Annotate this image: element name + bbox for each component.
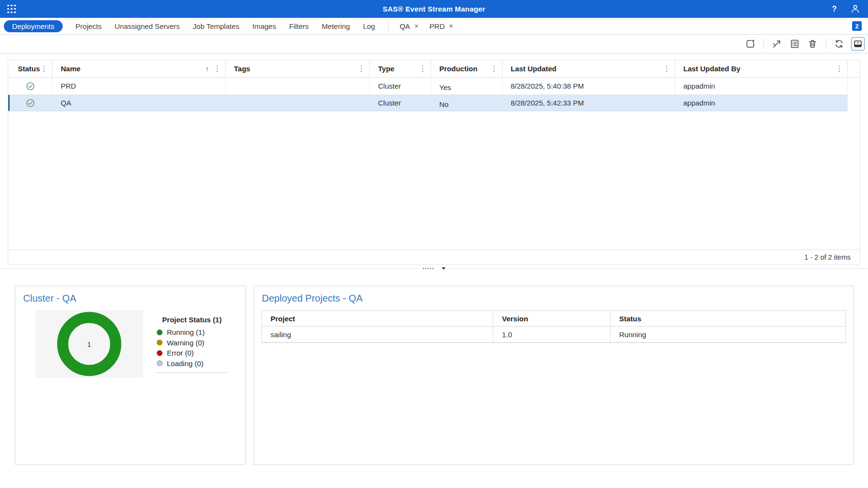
- nav-item-log[interactable]: Log: [363, 22, 375, 30]
- column-header-name[interactable]: Name ↑ ⋮: [53, 60, 226, 77]
- row-filler: [848, 78, 860, 95]
- legend-item-error: Error (0): [157, 348, 227, 358]
- tab-prd[interactable]: PRD ×: [430, 22, 453, 30]
- running-dot-icon: [157, 330, 163, 335]
- column-label: Last Updated By: [683, 65, 740, 73]
- tab-qa[interactable]: QA ×: [400, 22, 419, 30]
- help-icon[interactable]: ?: [832, 5, 837, 13]
- column-label: Last Updated: [511, 65, 556, 73]
- column-menu-icon[interactable]: ⋮: [490, 65, 498, 72]
- deployed-projects-title: Deployed Projects - QA: [262, 293, 853, 304]
- toolbar-divider: [826, 39, 826, 49]
- grid-toolbar: [0, 35, 868, 53]
- nav-item-unassigned-servers[interactable]: Unassigned Servers: [115, 22, 180, 30]
- splitter-grip[interactable]: [419, 267, 450, 270]
- close-icon[interactable]: ×: [414, 22, 418, 30]
- column-menu-icon[interactable]: ⋮: [419, 65, 426, 72]
- close-icon[interactable]: ×: [449, 22, 453, 30]
- legend-item-warning: Warning (0): [157, 338, 227, 348]
- column-header-last-updated-by[interactable]: Last Updated By ⋮: [675, 60, 848, 77]
- nav-item-deployments[interactable]: Deployments: [4, 20, 63, 32]
- header-filler: [848, 60, 860, 77]
- app-title: SAS® Event Stream Manager: [0, 5, 868, 13]
- table-row-qa[interactable]: QA Cluster No 8/28/2025, 5:42:33 PM appa…: [8, 95, 860, 111]
- promote-icon[interactable]: [771, 38, 783, 50]
- column-menu-icon[interactable]: ⋮: [663, 65, 670, 72]
- column-header-tags[interactable]: Tags ⋮: [226, 60, 370, 77]
- status-cell: Running: [610, 327, 845, 342]
- column-label: Status: [18, 65, 40, 73]
- tab-prd-label: PRD: [430, 22, 445, 30]
- name-cell: QA: [53, 95, 226, 111]
- column-menu-icon[interactable]: ⋮: [214, 65, 221, 72]
- app-switcher-icon[interactable]: [7, 5, 16, 13]
- legend-divider: [157, 372, 227, 373]
- selection-count-badge: 2: [852, 21, 862, 31]
- cluster-panel: Cluster - QA 1 Project Status (1) Runnin…: [15, 286, 246, 465]
- grid-empty-area: [8, 111, 860, 250]
- nav-divider: [388, 21, 389, 31]
- status-ok-icon: [26, 82, 35, 91]
- user-icon[interactable]: [850, 4, 860, 14]
- tags-cell: [226, 78, 370, 95]
- toolbar-divider: [763, 39, 764, 49]
- warning-dot-icon: [157, 340, 163, 345]
- collapse-panel-arrow-icon[interactable]: [442, 267, 446, 270]
- column-menu-icon[interactable]: ⋮: [836, 65, 843, 72]
- column-label: Tags: [234, 65, 250, 73]
- tags-cell: [226, 95, 370, 111]
- cluster-panel-title: Cluster - QA: [23, 293, 245, 304]
- column-menu-icon[interactable]: ⋮: [41, 65, 48, 72]
- column-label: Type: [378, 65, 394, 73]
- type-cell: Cluster: [370, 95, 431, 111]
- column-header-production[interactable]: Production ⋮: [431, 60, 502, 77]
- bottom-panel-icon: [853, 39, 863, 49]
- sort-ascending-icon[interactable]: ↑: [205, 65, 209, 73]
- deployed-projects-panel: Deployed Projects - QA Project Version S…: [254, 286, 854, 465]
- nav-item-filters[interactable]: Filters: [289, 22, 309, 30]
- app-bar: SAS® Event Stream Manager ?: [0, 0, 868, 18]
- nav-item-images[interactable]: Images: [252, 22, 276, 30]
- nav-item-metering[interactable]: Metering: [322, 22, 350, 30]
- error-dot-icon: [157, 350, 163, 356]
- name-cell: PRD: [53, 78, 226, 95]
- refresh-icon[interactable]: [833, 38, 845, 50]
- legend-label: Loading (0): [167, 359, 203, 368]
- loading-dot-icon: [157, 360, 163, 366]
- deployed-projects-table: Project Version Status sailing 1.0 Runni…: [261, 310, 846, 343]
- column-label: Production: [439, 65, 477, 73]
- type-cell: Cluster: [370, 78, 431, 95]
- table-row-sailing[interactable]: sailing 1.0 Running: [262, 327, 845, 343]
- column-header-project: Project: [262, 311, 493, 326]
- legend-item-running: Running (1): [157, 327, 227, 338]
- last-updated-cell: 8/28/2025, 5:42:33 PM: [502, 95, 675, 111]
- project-cell: sailing: [262, 327, 493, 342]
- details-icon[interactable]: [789, 38, 800, 50]
- last-updated-by-cell: appadmin: [675, 78, 848, 95]
- nav-item-job-templates[interactable]: Job Templates: [193, 22, 239, 30]
- grid-footer: 1 - 2 of 2 items: [8, 250, 860, 264]
- production-cell: No: [431, 95, 502, 111]
- column-header-version: Version: [493, 311, 610, 326]
- donut-center-value: 1: [35, 340, 143, 348]
- status-cell: [8, 95, 53, 111]
- delete-icon[interactable]: [807, 38, 818, 50]
- last-updated-cell: 8/28/2025, 5:40:38 PM: [502, 78, 675, 95]
- column-label: Name: [61, 65, 81, 73]
- new-deployment-icon[interactable]: [745, 38, 756, 50]
- nav-item-projects[interactable]: Projects: [76, 22, 102, 30]
- column-header-last-updated[interactable]: Last Updated ⋮: [502, 60, 675, 77]
- column-menu-icon[interactable]: ⋮: [358, 65, 365, 72]
- column-header-status[interactable]: Status ⋮: [8, 60, 53, 77]
- column-header-type[interactable]: Type ⋮: [370, 60, 431, 77]
- legend-item-loading: Loading (0): [157, 358, 227, 369]
- column-header-status: Status: [610, 311, 845, 326]
- legend-title: Project Status (1): [157, 316, 227, 324]
- deployments-grid: Status ⋮ Name ↑ ⋮ Tags ⋮ Type ⋮ Producti…: [8, 60, 860, 265]
- legend-label: Error (0): [167, 349, 194, 357]
- last-updated-by-cell: appadmin: [675, 95, 848, 111]
- chart-legend: Project Status (1) Running (1) Warning (…: [157, 316, 227, 378]
- bottom-panel-toggle[interactable]: [851, 37, 865, 51]
- pagination-label: 1 - 2 of 2 items: [804, 253, 851, 261]
- table-row-prd[interactable]: PRD Cluster Yes 8/28/2025, 5:40:38 PM ap…: [8, 78, 860, 95]
